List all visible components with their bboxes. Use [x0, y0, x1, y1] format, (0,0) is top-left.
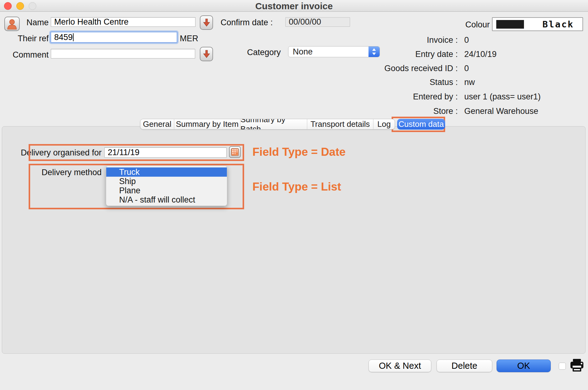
dropdown-option-na[interactable]: N/A - staff will collect [106, 195, 227, 204]
calendar-button[interactable] [229, 146, 241, 158]
name-code-label: MER [180, 34, 198, 43]
store-value: General Warehouse [464, 107, 538, 116]
goods-received-label: Goods received ID : [384, 64, 458, 73]
field-type-list-annotation: Field Type = List [252, 180, 341, 193]
tab-group: General Summary by Item Summary by Batch… [140, 119, 395, 130]
printer-icon [570, 358, 584, 372]
entry-date-label: Entry date : [415, 50, 458, 59]
field-type-date-annotation: Field Type = Date [252, 146, 346, 159]
entry-date-value: 24/10/19 [464, 50, 497, 59]
comment-label: Comment [13, 50, 49, 60]
confirm-date-value: 00/00/00 [289, 17, 321, 27]
confirm-date-label: Confirm date : [220, 18, 273, 27]
print-button[interactable] [570, 358, 584, 374]
tab-general[interactable]: General [140, 119, 174, 129]
name-label: Name [26, 18, 49, 27]
entered-by-label: Entered by : [413, 92, 458, 102]
info-row-entered-by: Entered by : user 1 (pass= user1) [339, 92, 554, 101]
tab-custom-data[interactable]: Custom data [397, 119, 445, 130]
name-input[interactable]: Merlo Health Centre [51, 17, 195, 27]
info-row-store: Store : General Warehouse [339, 107, 554, 116]
tab-summary-by-item[interactable]: Summary by Item [174, 119, 240, 129]
window-title: Customer invoice [0, 1, 588, 11]
goods-received-value: 0 [464, 64, 469, 73]
print-checkbox[interactable] [559, 363, 566, 370]
ok-button[interactable]: OK [497, 360, 551, 372]
status-label: Status : [429, 78, 458, 87]
status-value: nw [464, 78, 475, 87]
tab-bar: General Summary by Item Summary by Batch… [140, 119, 445, 130]
category-label: Category [247, 48, 281, 57]
red-down-arrow-icon [202, 49, 211, 59]
their-ref-value: 8459 [54, 33, 73, 42]
entered-by-value: user 1 (pass= user1) [464, 92, 541, 102]
comment-expand-button[interactable] [200, 47, 213, 61]
invoice-label: Invoice : [427, 35, 458, 45]
comment-input[interactable] [51, 49, 195, 58]
person-icon [6, 18, 18, 30]
info-row-goods-received: Goods received ID : 0 [339, 64, 554, 73]
colour-name: Black [542, 19, 574, 30]
confirm-date-field: 00/00/00 [285, 17, 350, 27]
customer-button[interactable] [4, 17, 20, 31]
ok-and-next-button[interactable]: OK & Next [369, 360, 431, 372]
their-ref-input[interactable]: 8459 [50, 32, 177, 43]
name-value: Merlo Health Centre [54, 17, 129, 27]
info-row-status: Status : nw [339, 78, 554, 87]
colour-swatch [496, 20, 524, 29]
delete-button[interactable]: Delete [437, 360, 492, 372]
invoice-value: 0 [464, 35, 469, 45]
delivery-method-dropdown: Truck Ship Plane N/A - staff will collec… [106, 166, 227, 206]
calendar-icon [231, 148, 239, 156]
dropdown-option-truck[interactable]: Truck [106, 167, 227, 177]
tab-summary-by-batch[interactable]: Summary by Batch [240, 119, 307, 129]
dropdown-option-plane[interactable]: Plane [106, 186, 227, 195]
text-caret [73, 33, 74, 41]
store-label: Store : [433, 107, 458, 116]
info-row-entry-date: Entry date : 24/10/19 [339, 50, 554, 59]
red-down-arrow-icon [202, 18, 211, 28]
dropdown-option-ship[interactable]: Ship [106, 177, 227, 186]
colour-label: Colour [465, 20, 490, 30]
tab-log[interactable]: Log [373, 119, 395, 129]
their-ref-label: Their ref [18, 34, 49, 43]
info-row-invoice: Invoice : 0 [339, 35, 554, 45]
name-lookup-button[interactable] [200, 15, 213, 30]
colour-picker[interactable]: Black [492, 17, 583, 31]
date-field-annotation-box [29, 144, 244, 161]
tab-transport-details[interactable]: Transport details [307, 119, 373, 129]
